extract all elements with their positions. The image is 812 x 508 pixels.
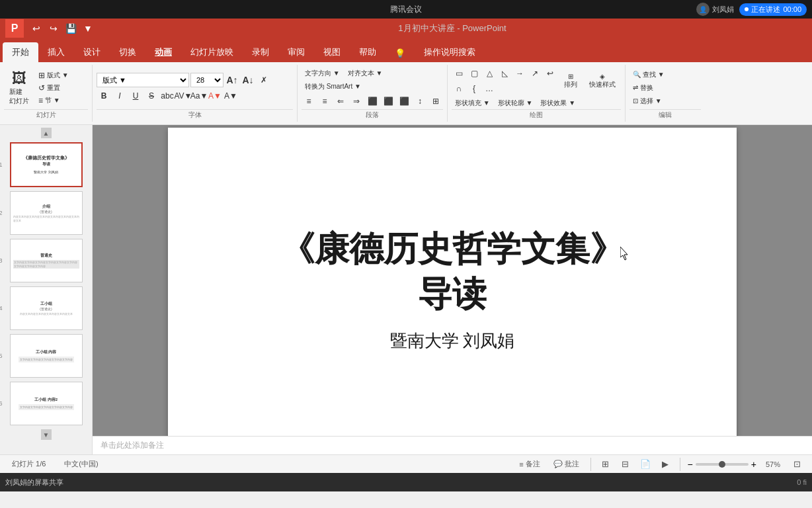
- notes-area[interactable]: 单击此处添加备注: [93, 436, 812, 454]
- shape-arrow2[interactable]: ↗: [528, 66, 542, 81]
- user-avatar: 👤: [696, 3, 710, 16]
- tab-slideshow[interactable]: 幻灯片放映: [181, 42, 243, 62]
- comments-toggle-btn[interactable]: 💬 批注: [549, 458, 583, 470]
- italic-btn[interactable]: I: [112, 89, 127, 103]
- text-direction-btn[interactable]: 文字方向 ▼: [302, 67, 343, 79]
- bold-btn[interactable]: B: [97, 89, 111, 103]
- slide-thumb-3[interactable]: 普通史 文字内容文字内容文字内容文字内容文字内容文字内容文字内容文字内容文字内容: [10, 239, 83, 282]
- save-button[interactable]: 💾: [63, 21, 78, 36]
- slide-canvas[interactable]: 《康德历史哲学文集》导读 暨南大学 刘凤娟: [168, 128, 737, 452]
- slide-number-5: 5: [0, 353, 3, 359]
- underline-btn[interactable]: U: [128, 89, 143, 103]
- tab-transition[interactable]: 切换: [110, 42, 145, 62]
- ribbon-content: 🖼 新建幻灯片 ⊞ 版式 ▼ ↺ 重置 ≡ 节 ▼ 幻灯片: [0, 62, 812, 125]
- slide-number-1: 1: [0, 161, 3, 168]
- font-increase-btn[interactable]: A↑: [225, 73, 239, 87]
- reset-button[interactable]: ↺ 重置: [35, 82, 72, 94]
- dropdown-button[interactable]: ▼: [81, 21, 95, 36]
- zoom-plus[interactable]: +: [751, 459, 756, 470]
- scroll-up-btn[interactable]: ▲: [41, 128, 52, 138]
- shape-arrow1[interactable]: →: [512, 66, 527, 81]
- section-button[interactable]: ≡ 节 ▼: [35, 95, 72, 106]
- tab-design[interactable]: 设计: [74, 42, 110, 62]
- align-left-btn[interactable]: ⬛: [365, 94, 380, 108]
- slide-sorter-btn[interactable]: ⊟: [618, 457, 633, 472]
- shadow-btn[interactable]: abc: [160, 89, 175, 103]
- tab-help[interactable]: 帮助: [350, 42, 386, 62]
- replace-btn[interactable]: ⇌ 替换: [629, 82, 668, 94]
- tab-operations[interactable]: 操作说明搜索: [415, 42, 485, 62]
- shape-brace[interactable]: {: [467, 81, 481, 96]
- normal-view-btn[interactable]: ⊞: [598, 457, 613, 472]
- slide-thumb-inner-5: 工小组 内容 文字内容文字内容文字内容文字内容文字内容: [11, 335, 82, 377]
- shape-round-rect[interactable]: ▢: [467, 66, 481, 81]
- line-spacing-btn[interactable]: ↕: [413, 94, 427, 108]
- font-family-select[interactable]: 版式 ▼: [97, 73, 189, 87]
- undo-button[interactable]: ↩: [29, 21, 44, 36]
- zoom-slider[interactable]: − +: [688, 459, 756, 470]
- slide-thumb-2[interactable]: 介绍 (普通史) 内容文本内容文本内容文本内容文本内容文本内容文本内容文本: [10, 191, 83, 235]
- slide-count: 幻灯片 1/6: [8, 458, 50, 470]
- layout-button[interactable]: ⊞ 版式 ▼: [35, 69, 72, 81]
- zoom-fit-btn[interactable]: ⊡: [790, 457, 804, 472]
- smartart-btn[interactable]: 转换为 SmartArt ▼: [302, 81, 364, 93]
- zoom-level[interactable]: 57%: [762, 459, 784, 470]
- align-center-btn[interactable]: ⬛: [381, 94, 395, 108]
- zoom-track[interactable]: [696, 463, 749, 466]
- shape-triangle[interactable]: △: [482, 66, 497, 81]
- thumb-label-5: 工小组 内容: [36, 349, 57, 355]
- zoom-minus[interactable]: −: [688, 459, 693, 470]
- notes-toggle-btn[interactable]: ≡ 备注: [515, 458, 544, 470]
- tab-animation-label: 动画: [155, 47, 172, 57]
- tab-insert[interactable]: 插入: [38, 42, 74, 62]
- edit-controls: 🔍 查找 ▼ ⇌ 替换 ⊡ 选择 ▼: [629, 69, 668, 107]
- select-btn[interactable]: ⊡ 选择 ▼: [629, 95, 668, 107]
- align-text-btn[interactable]: 对齐文本 ▼: [345, 67, 386, 79]
- shape-more[interactable]: …: [482, 81, 497, 96]
- find-btn[interactable]: 🔍 查找 ▼: [629, 69, 668, 81]
- tab-record[interactable]: 录制: [243, 42, 278, 62]
- slide-thumb-6[interactable]: 工小组 内容2 文字内容文字内容文字内容文字内容文字内容: [10, 382, 83, 425]
- arrange-btn[interactable]: ⊞ 排列: [559, 66, 583, 96]
- reading-view-btn[interactable]: 📄: [638, 457, 653, 472]
- new-slide-icon: 🖼: [12, 70, 26, 87]
- list-number-btn[interactable]: ≡: [317, 94, 332, 108]
- case-btn[interactable]: Aa▼: [192, 89, 206, 103]
- tab-view[interactable]: 视图: [314, 42, 350, 62]
- shape-fill-btn[interactable]: 形状填充 ▼: [452, 97, 493, 109]
- slideshow-btn[interactable]: ▶: [658, 457, 672, 472]
- shape-curve[interactable]: ∩: [452, 81, 466, 96]
- slide-thumb-5[interactable]: 工小组 内容 文字内容文字内容文字内容文字内容文字内容: [10, 334, 83, 378]
- clear-format-btn[interactable]: ✗: [257, 73, 271, 87]
- tab-review[interactable]: 审阅: [278, 42, 314, 62]
- align-right-btn[interactable]: ⬛: [397, 94, 411, 108]
- ribbon-tab-bar: 开始 插入 设计 切换 动画 幻灯片放映 录制 审阅 视图 帮助 💡 操作说明搜…: [0, 38, 812, 62]
- font-size-select[interactable]: 28: [190, 73, 223, 87]
- font-decrease-btn[interactable]: A↓: [241, 73, 255, 87]
- scroll-down-btn[interactable]: ▼: [41, 429, 52, 440]
- tab-lightbulb[interactable]: 💡: [386, 44, 415, 62]
- slide-thumb-container-3: 3 普通史 文字内容文字内容文字内容文字内容文字内容文字内容文字内容文字内容文字…: [10, 239, 83, 282]
- shape-outline-btn[interactable]: 形状轮廓 ▼: [495, 97, 536, 109]
- tab-animation[interactable]: 动画: [145, 42, 181, 62]
- shape-rect[interactable]: ▭: [452, 66, 466, 81]
- slide-thumb-1[interactable]: 《康德历史哲学文集》 导读 暨南大学 刘凤娟: [10, 142, 83, 187]
- spacing-btn[interactable]: AV▼: [176, 89, 190, 103]
- quick-style-btn[interactable]: ◈ 快速样式: [584, 66, 621, 96]
- section-icon: ≡: [38, 96, 43, 105]
- user-name: 刘凤娟: [712, 5, 734, 15]
- shape-rtriangle[interactable]: ◺: [497, 66, 512, 81]
- new-slide-button[interactable]: 🖼 新建幻灯片: [4, 68, 34, 108]
- highlight-btn[interactable]: A▼: [223, 89, 238, 103]
- indent-less-btn[interactable]: ⇐: [333, 94, 348, 108]
- shape-bent[interactable]: ↩: [543, 66, 557, 81]
- slide-thumb-4[interactable]: 工小组 (普通史) 内容文本内容文本内容文本内容文本内容文本: [10, 286, 83, 330]
- indent-more-btn[interactable]: ⇒: [349, 94, 364, 108]
- shape-effect-btn[interactable]: 形状效果 ▼: [537, 97, 579, 109]
- list-bullet-btn[interactable]: ≡: [302, 94, 316, 108]
- tab-start[interactable]: 开始: [3, 42, 38, 62]
- columns-btn[interactable]: ⊞: [428, 94, 443, 108]
- font-color-btn[interactable]: A▼: [208, 89, 222, 103]
- redo-button[interactable]: ↪: [46, 21, 61, 36]
- strikethrough-btn[interactable]: S: [144, 89, 159, 103]
